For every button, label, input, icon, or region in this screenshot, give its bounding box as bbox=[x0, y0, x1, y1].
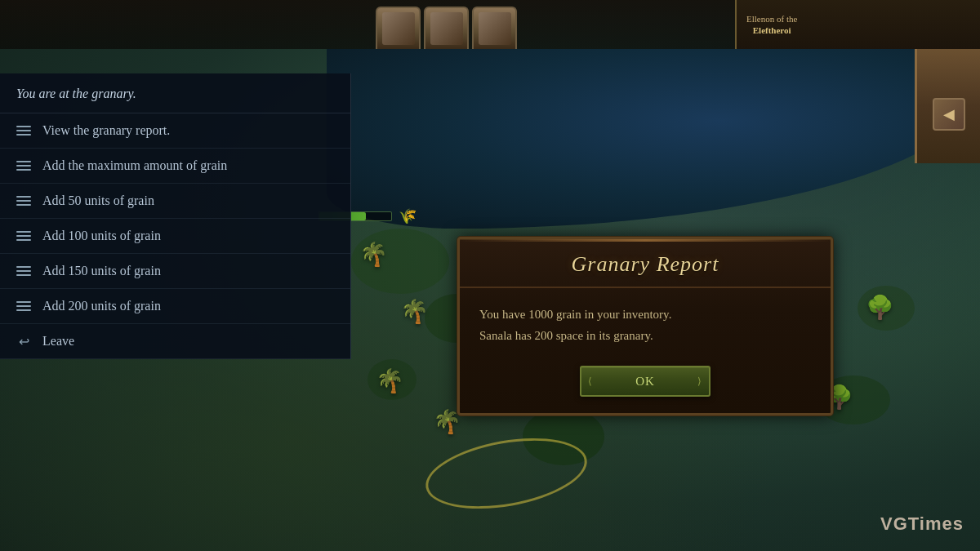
list-icon-add-150 bbox=[16, 266, 31, 276]
unit-avatar-1 bbox=[382, 12, 415, 45]
map-tree-1: 🌴 bbox=[359, 241, 388, 268]
unit-tabs-container bbox=[376, 0, 517, 49]
panel-header: You are at the granary. bbox=[0, 73, 350, 113]
map-tree-3: 🌴 bbox=[376, 367, 404, 394]
unit-tab-1[interactable] bbox=[376, 7, 421, 49]
dialog-title-bar: Granary Report bbox=[460, 239, 831, 288]
right-panel-frame: ◀ bbox=[915, 49, 980, 163]
unit-avatar-2 bbox=[430, 12, 463, 45]
list-icon-add-100 bbox=[16, 231, 31, 241]
faction-info-panel: Ellenon of the Eleftheroi bbox=[735, 0, 980, 49]
vgtimes-watermark: VGTimes bbox=[880, 513, 964, 535]
unit-tab-3[interactable] bbox=[472, 7, 517, 49]
back-icon: ↩ bbox=[16, 334, 31, 349]
menu-item-add-100[interactable]: Add 100 units of grain bbox=[0, 219, 350, 254]
dialog-footer: OK bbox=[460, 359, 831, 413]
map-tree-2: 🌴 bbox=[400, 298, 429, 325]
unit-tab-2[interactable] bbox=[424, 7, 469, 49]
list-icon-add-200 bbox=[16, 301, 31, 311]
dialog-text: You have 1000 grain in your inventory. S… bbox=[479, 304, 811, 346]
menu-item-leave[interactable]: ↩ Leave bbox=[0, 324, 350, 359]
granary-report-dialog: Granary Report You have 1000 grain in yo… bbox=[457, 237, 833, 415]
dialog-body: You have 1000 grain in your inventory. S… bbox=[460, 288, 831, 359]
unit-avatar-3 bbox=[479, 12, 511, 45]
menu-item-add-150[interactable]: Add 150 units of grain bbox=[0, 254, 350, 289]
ok-button[interactable]: OK bbox=[580, 366, 710, 397]
faction-label: Ellenon of the Eleftheroi bbox=[746, 13, 797, 37]
dialog-title: Granary Report bbox=[572, 252, 719, 276]
wheat-icon: 🌾 bbox=[399, 207, 416, 225]
list-icon-add-50 bbox=[16, 196, 31, 206]
list-icon-view-report bbox=[16, 126, 31, 136]
menu-item-add-max[interactable]: Add the maximum amount of grain bbox=[0, 149, 350, 184]
side-panel: You are at the granary. View the granary… bbox=[0, 73, 351, 359]
panel-arrow-button[interactable]: ◀ bbox=[933, 98, 965, 131]
menu-item-add-50[interactable]: Add 50 units of grain bbox=[0, 184, 350, 219]
map-tree-6: 🌳 bbox=[866, 294, 894, 321]
menu-item-add-200[interactable]: Add 200 units of grain bbox=[0, 289, 350, 324]
menu-item-view-report[interactable]: View the granary report. bbox=[0, 113, 350, 149]
list-icon-add-max bbox=[16, 161, 31, 171]
top-bar: Ellenon of the Eleftheroi bbox=[0, 0, 980, 49]
